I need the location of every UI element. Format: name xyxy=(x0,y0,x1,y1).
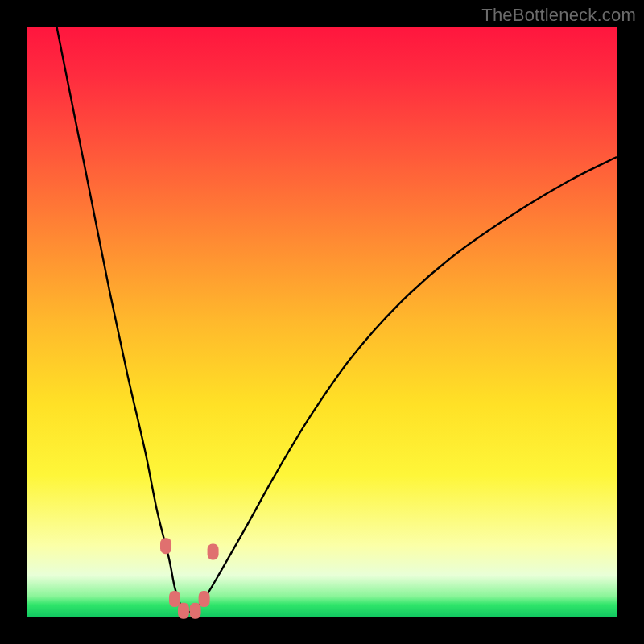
curve-marker xyxy=(199,591,210,607)
curve-marker xyxy=(160,538,171,554)
chart-frame: TheBottleneck.com xyxy=(0,0,644,644)
curve-marker xyxy=(169,591,180,607)
curve-svg xyxy=(27,27,617,617)
curve-marker xyxy=(178,603,189,619)
watermark-text: TheBottleneck.com xyxy=(481,5,636,26)
bottleneck-curve xyxy=(57,27,617,612)
curve-marker xyxy=(190,603,201,619)
curve-markers xyxy=(160,538,219,619)
curve-marker xyxy=(208,543,219,559)
plot-area xyxy=(27,27,617,617)
